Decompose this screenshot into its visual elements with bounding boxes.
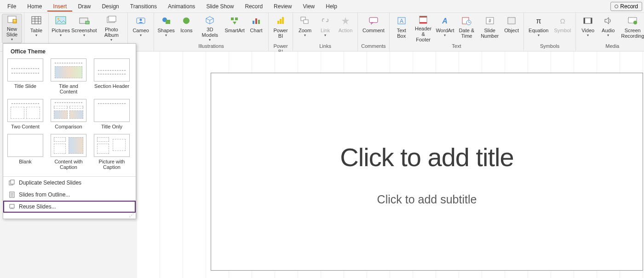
layout-content-with-caption[interactable]: Content with Caption	[50, 134, 87, 170]
audio-button[interactable]: Audio▾	[598, 14, 618, 43]
dropdown-header: Office Theme	[6, 46, 133, 58]
svg-rect-61	[10, 204, 14, 208]
text-box-button[interactable]: AText Box	[391, 14, 412, 43]
chevron-down-icon: ▾	[607, 34, 609, 38]
comment-button[interactable]: Comment	[360, 14, 387, 43]
screen-recording-button[interactable]: Screen Recording	[618, 14, 644, 43]
subtitle-placeholder[interactable]: Click to add subtitle	[211, 193, 643, 206]
pictures-label: Pictures	[52, 28, 70, 33]
screenshot-label: Screenshot	[71, 28, 97, 33]
layout-title-only[interactable]: Title Only	[93, 99, 130, 129]
menu-transitions[interactable]: Transitions	[125, 1, 162, 12]
date-time-button[interactable]: Date & Time	[455, 14, 478, 43]
icons-button[interactable]: Icons	[176, 14, 196, 43]
dropdown-resize-grip[interactable]: ⋰	[3, 213, 136, 219]
duplicate-icon	[9, 180, 15, 186]
date-time-icon	[461, 15, 472, 27]
cameo-icon	[136, 15, 146, 27]
svg-rect-50	[584, 18, 585, 23]
new-slide-dropdown: Office Theme Title Slide Title and Conte…	[3, 43, 136, 219]
svg-point-9	[58, 18, 59, 20]
object-icon	[506, 15, 517, 27]
group-comments: Comments	[360, 43, 387, 50]
layout-picture-with-caption[interactable]: Picture with Caption	[93, 134, 130, 170]
object-label: Object	[504, 28, 519, 33]
new-slide-icon: +	[7, 15, 17, 25]
svg-rect-37	[420, 16, 427, 17]
layout-section-header[interactable]: Section Header	[93, 58, 130, 94]
photo-album-button[interactable]: Photo Album▾	[97, 14, 126, 43]
smartart-button[interactable]: SmartArt	[223, 14, 246, 43]
cameo-label: Cameo	[132, 28, 149, 33]
chart-label: Chart	[250, 28, 263, 33]
svg-rect-56	[11, 180, 14, 184]
title-placeholder[interactable]: Click to add title	[211, 142, 643, 172]
svg-point-54	[633, 21, 637, 24]
equation-button[interactable]: πEquation▾	[526, 14, 551, 43]
power-bi-icon	[276, 15, 286, 27]
video-button[interactable]: Video▾	[578, 14, 598, 43]
shapes-label: Shapes	[157, 28, 174, 33]
shapes-button[interactable]: Shapes▾	[156, 14, 177, 43]
menu-animations[interactable]: Animations	[162, 1, 201, 12]
record-button[interactable]: Record	[610, 2, 642, 11]
audio-label: Audio	[602, 28, 615, 33]
menu-help[interactable]: Help	[320, 1, 343, 12]
pictures-button[interactable]: Pictures▾	[51, 14, 71, 43]
layout-blank[interactable]: Blank	[7, 134, 44, 170]
power-bi-button[interactable]: Power BI	[270, 14, 291, 43]
equation-icon: π	[534, 15, 544, 27]
symbol-icon: Ω	[558, 15, 568, 27]
screen-recording-label: Screen Recording	[621, 28, 644, 39]
outline-label: Slides from Outline...	[19, 191, 70, 198]
outline-icon	[9, 191, 15, 198]
menu-slideshow[interactable]: Slide Show	[201, 1, 239, 12]
symbol-button: ΩSymbol	[552, 14, 574, 43]
record-label: Record	[620, 3, 638, 10]
layout-two-content[interactable]: Two Content	[7, 99, 44, 129]
svg-text:Ω: Ω	[560, 17, 565, 25]
group-media: Media	[578, 43, 644, 50]
cube-icon	[205, 15, 215, 26]
screenshot-button[interactable]: Screenshot▾	[71, 14, 97, 43]
menu-draw[interactable]: Draw	[72, 1, 96, 12]
link-icon	[320, 15, 330, 27]
menu-file[interactable]: File	[2, 1, 22, 12]
menu-insert[interactable]: Insert	[47, 1, 72, 12]
header-footer-button[interactable]: Header & Footer	[412, 14, 435, 43]
slide-number-button[interactable]: #Slide Number	[478, 14, 501, 43]
duplicate-slides-item[interactable]: Duplicate Selected Slides	[3, 177, 136, 189]
wordart-label: WordArt	[436, 28, 454, 33]
new-slide-button[interactable]: + New Slide ▾	[2, 14, 22, 43]
layout-gallery: Title Slide Title and Content Section He…	[6, 58, 133, 172]
chart-icon	[251, 15, 261, 27]
slides-from-outline-item[interactable]: Slides from Outline...	[3, 189, 136, 201]
layout-title-and-content[interactable]: Title and Content	[50, 58, 87, 94]
reuse-label: Reuse Slides...	[19, 203, 56, 210]
chevron-down-icon: ▾	[83, 34, 85, 38]
cameo-button[interactable]: Cameo▾	[130, 14, 151, 43]
layout-title-slide[interactable]: Title Slide	[7, 58, 44, 94]
layout-comparison[interactable]: Comparison	[50, 99, 87, 129]
menu-view[interactable]: View	[297, 1, 320, 12]
svg-rect-20	[231, 17, 234, 20]
menu-record[interactable]: Record	[239, 1, 268, 12]
screen-recording-icon	[627, 15, 638, 27]
object-button[interactable]: Object	[501, 14, 522, 43]
zoom-button[interactable]: Zoom▾	[295, 14, 315, 43]
wordart-button[interactable]: AWordArt▾	[435, 14, 455, 43]
zoom-label: Zoom	[299, 28, 311, 33]
slide[interactable]: Click to add title Click to add subtitle	[211, 73, 643, 271]
svg-text:+: +	[13, 18, 16, 23]
table-button[interactable]: Table ▾	[26, 14, 46, 43]
menu-home[interactable]: Home	[22, 1, 47, 12]
3d-models-button[interactable]: 3D Models▾	[196, 14, 223, 43]
chart-button[interactable]: Chart	[246, 14, 266, 43]
menu-review[interactable]: Review	[268, 1, 297, 12]
chevron-down-icon: ▾	[209, 38, 211, 42]
layout-label: Title Slide	[14, 83, 36, 89]
layout-label: Picture with Caption	[93, 159, 130, 170]
menu-design[interactable]: Design	[96, 1, 124, 12]
reuse-slides-item[interactable]: Reuse Slides...	[3, 201, 136, 213]
3d-models-label: 3D Models	[199, 27, 220, 38]
